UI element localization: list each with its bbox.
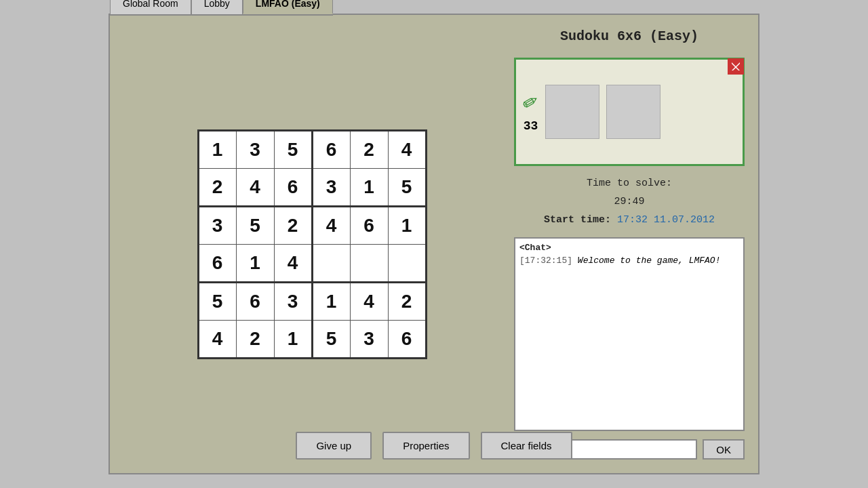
sudoku-cell: 2 <box>274 206 312 244</box>
sudoku-cell: 6 <box>388 320 426 358</box>
sudoku-cell[interactable] <box>350 244 388 282</box>
give-up-button[interactable]: Give up <box>296 432 372 460</box>
properties-button[interactable]: Properties <box>382 432 469 460</box>
sudoku-cell: 6 <box>350 206 388 244</box>
sudoku-cell: 6 <box>312 130 350 168</box>
time-to-solve-label: Time to solve: <box>514 174 745 192</box>
start-time-label: Start time: <box>544 214 611 226</box>
start-time-value: 17:32 11.07.2012 <box>617 214 715 226</box>
sudoku-cell: 4 <box>198 320 236 358</box>
sudoku-cell: 4 <box>236 168 274 206</box>
sudoku-cell: 3 <box>312 168 350 206</box>
sudoku-cell: 1 <box>350 168 388 206</box>
close-icon[interactable] <box>728 58 744 75</box>
sudoku-cell: 1 <box>198 130 236 168</box>
player-avatar <box>545 85 599 139</box>
sudoku-cell: 3 <box>236 130 274 168</box>
chat-box: <Chat> [17:32:15] Welcome to the game, L… <box>514 237 745 431</box>
sudoku-cell: 5 <box>388 168 426 206</box>
sudoku-cell: 5 <box>198 282 236 320</box>
sudoku-cell: 4 <box>274 244 312 282</box>
sudoku-cell: 5 <box>236 206 274 244</box>
player-area: ✏ 33 <box>514 58 745 166</box>
tab-lmfao[interactable]: LMFAO (Easy) <box>243 0 333 14</box>
game-title: Sudoku 6x6 (Easy) <box>514 28 745 44</box>
tab-bar: Global Room Lobby LMFAO (Easy) <box>110 0 333 16</box>
sudoku-cell: 3 <box>198 206 236 244</box>
chat-header: <Chat> <box>519 243 739 253</box>
sudoku-cell: 4 <box>388 130 426 168</box>
left-panel: 135624246315352461614563142421536 <box>123 28 500 460</box>
sudoku-cell: 1 <box>274 320 312 358</box>
sudoku-cell: 3 <box>350 320 388 358</box>
chat-timestamp: [17:32:15] <box>519 256 572 266</box>
sudoku-cell: 1 <box>312 282 350 320</box>
chat-message: [17:32:15] Welcome to the game, LMFAO! <box>519 256 739 266</box>
tab-global-room[interactable]: Global Room <box>110 0 191 14</box>
sudoku-cell: 2 <box>350 130 388 168</box>
main-area: 135624246315352461614563142421536 Sudoku… <box>110 15 758 473</box>
sudoku-cell[interactable] <box>388 244 426 282</box>
sudoku-cell: 5 <box>312 320 350 358</box>
game-window: Global Room Lobby LMFAO (Easy) 135624246… <box>108 14 760 474</box>
sudoku-cell: 4 <box>312 206 350 244</box>
player-avatar-2 <box>606 85 660 139</box>
pencil-icon: ✏ <box>518 89 542 116</box>
time-info: Time to solve: 29:49 Start time: 17:32 1… <box>514 174 745 229</box>
sudoku-cell: 4 <box>350 282 388 320</box>
sudoku-cell: 1 <box>236 244 274 282</box>
time-to-solve-value: 29:49 <box>514 192 745 211</box>
sudoku-cell: 2 <box>388 282 426 320</box>
clear-fields-button[interactable]: Clear fields <box>481 432 572 460</box>
tab-lobby[interactable]: Lobby <box>191 0 243 14</box>
sudoku-cell: 6 <box>274 168 312 206</box>
sudoku-cell: 1 <box>388 206 426 244</box>
player-score: 33 <box>524 119 538 133</box>
right-panel: Sudoku 6x6 (Easy) ✏ 33 Time to so <box>514 28 745 460</box>
sudoku-cell: 5 <box>274 130 312 168</box>
bottom-buttons: Give up Properties Clear fields <box>110 432 758 460</box>
sudoku-cell[interactable] <box>312 244 350 282</box>
sudoku-cell: 2 <box>236 320 274 358</box>
sudoku-cell: 6 <box>236 282 274 320</box>
sudoku-grid[interactable]: 135624246315352461614563142421536 <box>197 129 427 359</box>
sudoku-cell: 6 <box>198 244 236 282</box>
sudoku-cell: 2 <box>198 168 236 206</box>
sudoku-cell: 3 <box>274 282 312 320</box>
chat-text: Welcome to the game, LMFAO! <box>578 256 721 266</box>
